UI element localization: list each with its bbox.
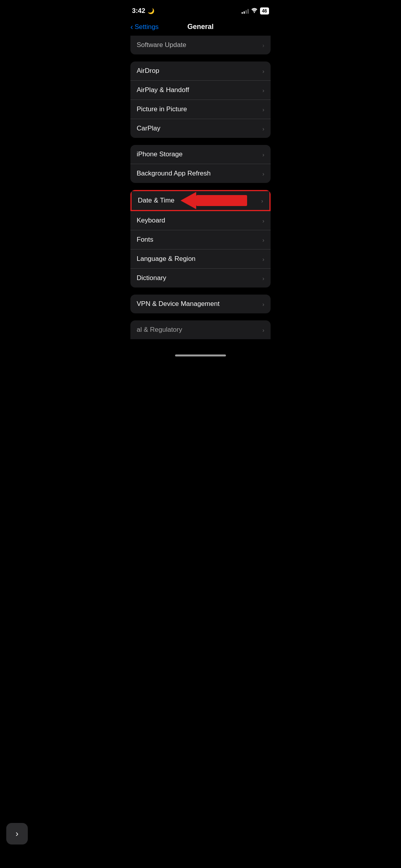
nav-bar: ‹ Settings General (124, 20, 277, 36)
home-indicator-area (124, 350, 277, 363)
nav-back-button[interactable]: ‹ Settings (130, 22, 159, 31)
time-display: 3:42 (132, 7, 145, 15)
chevron-right-icon: › (262, 301, 264, 307)
chevron-right-icon: › (262, 151, 264, 158)
chevron-right-icon: › (262, 256, 264, 262)
list-item-language-region[interactable]: Language & Region › (130, 250, 271, 269)
vpn-device-management-label: VPN & Device Management (137, 300, 220, 308)
chevron-right-icon: › (262, 237, 264, 243)
software-update-label: Software Update (137, 41, 186, 49)
page-title: General (187, 23, 213, 31)
signal-bar-1 (242, 12, 243, 14)
list-item-software-update[interactable]: Software Update › (130, 36, 271, 54)
back-label: Settings (135, 23, 159, 31)
signal-bar-4 (247, 9, 249, 14)
chevron-right-icon: › (262, 125, 264, 132)
page-wrapper: 3:42 🌙 46 (124, 0, 277, 363)
chevron-right-icon: › (262, 170, 264, 177)
back-chevron-icon: ‹ (130, 22, 133, 31)
list-item-background-app-refresh[interactable]: Background App Refresh › (130, 164, 271, 183)
list-item-picture-in-picture[interactable]: Picture in Picture › (130, 100, 271, 119)
section-group2: iPhone Storage › Background App Refresh … (130, 145, 271, 183)
keyboard-label: Keyboard (137, 217, 165, 224)
airdrop-label: AirDrop (137, 67, 159, 75)
top-partial-section: Software Update › (130, 36, 271, 54)
chevron-right-icon: › (262, 87, 264, 94)
status-time: 3:42 🌙 (132, 7, 154, 15)
list-item-keyboard[interactable]: Keyboard › (130, 211, 271, 230)
picture-in-picture-label: Picture in Picture (137, 105, 187, 113)
bottom-partial-section: al & Regulatory › (130, 320, 271, 339)
section-group4: VPN & Device Management › (130, 295, 271, 313)
list-item-airplay-handoff[interactable]: AirPlay & Handoff › (130, 81, 271, 100)
svg-point-0 (254, 12, 255, 13)
dictionary-label: Dictionary (137, 274, 166, 282)
signal-bar-3 (246, 10, 247, 14)
battery-indicator: 46 (260, 7, 269, 14)
battery-level: 46 (262, 8, 267, 14)
list-item-dictionary[interactable]: Dictionary › (130, 269, 271, 288)
list-item-date-time[interactable]: Date & Time › (130, 190, 271, 211)
status-right: 46 (242, 7, 269, 14)
chevron-right-icon: › (262, 42, 264, 49)
chevron-right-icon: › (262, 275, 264, 282)
wifi-icon (251, 8, 258, 14)
chevron-right-icon: › (262, 106, 264, 113)
list-item-carplay[interactable]: CarPlay › (130, 119, 271, 138)
date-time-wrapper: Date & Time › (130, 190, 271, 211)
signal-bar-2 (244, 11, 245, 14)
status-bar: 3:42 🌙 46 (124, 0, 277, 20)
chevron-right-icon: › (261, 197, 263, 204)
list-item-iphone-storage[interactable]: iPhone Storage › (130, 145, 271, 164)
content: AirDrop › AirPlay & Handoff › Picture in… (124, 61, 277, 313)
list-item-legal-regulatory[interactable]: al & Regulatory › (130, 320, 271, 339)
background-app-refresh-label: Background App Refresh (137, 170, 211, 177)
chevron-right-icon: › (262, 327, 264, 333)
chevron-right-icon: › (262, 217, 264, 224)
carplay-label: CarPlay (137, 125, 160, 132)
signal-icon (242, 8, 249, 14)
chevron-right-icon: › (262, 68, 264, 74)
bottom-nav-area: › (124, 347, 277, 350)
section-group3: Date & Time › Keyboard › Fonts › Languag… (130, 190, 271, 288)
home-indicator (175, 354, 226, 356)
iphone-storage-label: iPhone Storage (137, 150, 182, 158)
section-group1: AirDrop › AirPlay & Handoff › Picture in… (130, 61, 271, 138)
list-item-vpn-device-management[interactable]: VPN & Device Management › (130, 295, 271, 313)
fonts-label: Fonts (137, 236, 154, 244)
airplay-handoff-label: AirPlay & Handoff (137, 86, 189, 94)
moon-icon: 🌙 (148, 8, 154, 14)
legal-regulatory-label: al & Regulatory (137, 326, 182, 334)
date-time-label: Date & Time (138, 197, 175, 204)
language-region-label: Language & Region (137, 255, 195, 263)
list-item-airdrop[interactable]: AirDrop › (130, 61, 271, 81)
list-item-fonts[interactable]: Fonts › (130, 230, 271, 250)
spacer (124, 339, 277, 347)
